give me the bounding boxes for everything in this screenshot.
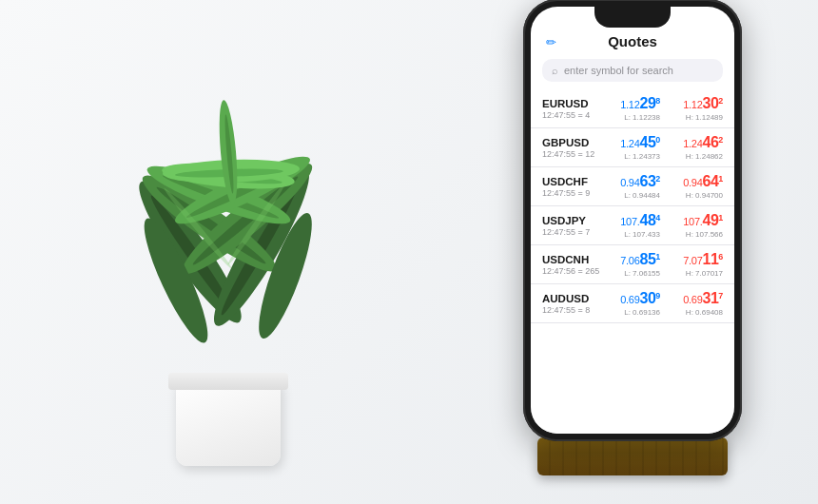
low-price: L: 107.433 bbox=[601, 230, 660, 239]
quote-symbol: USDCNH bbox=[542, 254, 601, 265]
quote-time: 12:47:55 = 9 bbox=[542, 188, 601, 198]
quote-prices: 107.484 L: 107.433 107.491 H: 107.566 bbox=[601, 212, 723, 239]
ask-price: 0.69317 H: 0.69408 bbox=[664, 290, 723, 317]
quote-prices: 1.12298 L: 1.12238 1.12302 H: 1.12489 bbox=[601, 95, 723, 122]
quotes-list: EURUSD 12:47:55 = 4 1.12298 L: 1.12238 1… bbox=[531, 89, 734, 323]
bid-price: 0.94632 L: 0.94484 bbox=[601, 173, 660, 200]
search-icon: ⌕ bbox=[552, 65, 558, 76]
quote-item[interactable]: USDCHF 12:47:55 = 9 0.94632 L: 0.94484 0… bbox=[531, 167, 734, 206]
quote-time: 12:47:55 = 7 bbox=[542, 227, 601, 237]
quote-time: 12:47:55 = 12 bbox=[542, 149, 601, 159]
wood-base bbox=[537, 437, 728, 475]
low-price: L: 1.12238 bbox=[601, 113, 660, 122]
bid-price: 0.69309 L: 0.69136 bbox=[601, 290, 660, 317]
bid-price: 7.06851 L: 7.06155 bbox=[601, 251, 660, 278]
edit-icon[interactable]: ✏ bbox=[546, 35, 556, 49]
phone-notch bbox=[594, 7, 671, 28]
quote-prices: 1.24450 L: 1.24373 1.24462 H: 1.24862 bbox=[601, 134, 723, 161]
quote-symbol: EURUSD bbox=[542, 98, 601, 109]
high-price: H: 7.07017 bbox=[664, 269, 723, 278]
high-price: H: 107.566 bbox=[664, 230, 723, 239]
quote-prices: 0.69309 L: 0.69136 0.69317 H: 0.69408 bbox=[601, 290, 723, 317]
quote-left: AUDUSD 12:47:55 = 8 bbox=[542, 293, 601, 315]
high-price: H: 0.94700 bbox=[664, 191, 723, 200]
ask-price: 7.07116 H: 7.07017 bbox=[664, 251, 723, 278]
quote-left: EURUSD 12:47:55 = 4 bbox=[542, 98, 601, 120]
quote-item[interactable]: GBPUSD 12:47:55 = 12 1.24450 L: 1.24373 … bbox=[531, 128, 734, 167]
high-price: H: 0.69408 bbox=[664, 308, 723, 317]
quote-left: GBPUSD 12:47:55 = 12 bbox=[542, 137, 601, 159]
quote-time: 12:47:55 = 8 bbox=[542, 305, 601, 315]
phone-title: Quotes bbox=[608, 33, 657, 49]
quote-left: USDCNH 12:47:56 = 265 bbox=[542, 254, 601, 276]
ask-price: 1.24462 H: 1.24862 bbox=[664, 134, 723, 161]
low-price: L: 0.69136 bbox=[601, 308, 660, 317]
quote-left: USDCHF 12:47:55 = 9 bbox=[542, 176, 601, 198]
quote-symbol: USDCHF bbox=[542, 176, 601, 187]
quote-prices: 0.94632 L: 0.94484 0.94641 H: 0.94700 bbox=[601, 173, 723, 200]
high-price: H: 1.24862 bbox=[664, 152, 723, 161]
ask-price: 107.491 H: 107.566 bbox=[664, 212, 723, 239]
phone-screen: ✏ Quotes ⌕ enter symbol for search EURUS… bbox=[531, 7, 734, 434]
phone-frame: ✏ Quotes ⌕ enter symbol for search EURUS… bbox=[523, 0, 742, 441]
phone-wrapper: ✏ Quotes ⌕ enter symbol for search EURUS… bbox=[504, 19, 761, 475]
low-price: L: 7.06155 bbox=[601, 269, 660, 278]
quote-left: USDJPY 12:47:55 = 7 bbox=[542, 215, 601, 237]
plant-pot bbox=[176, 380, 281, 466]
quote-prices: 7.06851 L: 7.06155 7.07116 H: 7.07017 bbox=[601, 251, 723, 278]
quote-item[interactable]: AUDUSD 12:47:55 = 8 0.69309 L: 0.69136 0… bbox=[531, 284, 734, 323]
high-price: H: 1.12489 bbox=[664, 113, 723, 122]
quote-symbol: USDJPY bbox=[542, 215, 601, 226]
search-bar[interactable]: ⌕ enter symbol for search bbox=[542, 59, 723, 82]
plant-decoration bbox=[76, 67, 380, 466]
bid-price: 1.24450 L: 1.24373 bbox=[601, 134, 660, 161]
quote-item[interactable]: EURUSD 12:47:55 = 4 1.12298 L: 1.12238 1… bbox=[531, 89, 734, 128]
quote-symbol: GBPUSD bbox=[542, 137, 601, 148]
search-placeholder: enter symbol for search bbox=[564, 65, 673, 76]
ask-price: 1.12302 H: 1.12489 bbox=[664, 95, 723, 122]
quote-item[interactable]: USDCNH 12:47:56 = 265 7.06851 L: 7.06155… bbox=[531, 245, 734, 284]
quote-item[interactable]: USDJPY 12:47:55 = 7 107.484 L: 107.433 1… bbox=[531, 206, 734, 245]
quote-time: 12:47:55 = 4 bbox=[542, 110, 601, 120]
quote-time: 12:47:56 = 265 bbox=[542, 266, 601, 276]
bid-price: 1.12298 L: 1.12238 bbox=[601, 95, 660, 122]
ask-price: 0.94641 H: 0.94700 bbox=[664, 173, 723, 200]
screen-fade bbox=[531, 386, 734, 434]
plant-svg bbox=[95, 62, 361, 395]
quote-symbol: AUDUSD bbox=[542, 293, 601, 304]
bid-price: 107.484 L: 107.433 bbox=[601, 212, 660, 239]
low-price: L: 1.24373 bbox=[601, 152, 660, 161]
low-price: L: 0.94484 bbox=[601, 191, 660, 200]
